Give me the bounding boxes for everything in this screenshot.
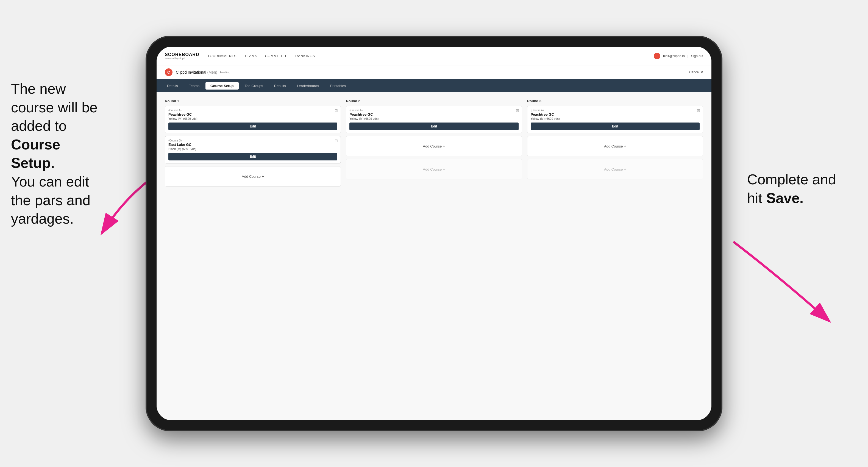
round-3-add-course-button[interactable]: Add Course + xyxy=(527,136,703,156)
round-3-course-a-label: (Course A) xyxy=(531,109,700,112)
round-1-course-b-name: East Lake GC xyxy=(168,143,337,147)
round-2-course-a-tee: Yellow (M) (6629 yds) xyxy=(349,117,518,120)
cancel-button[interactable]: Cancel ✕ xyxy=(689,70,703,74)
round-3-course-a-delete-icon[interactable]: ⊡ xyxy=(697,108,700,113)
logo-sub: Powered by clippd xyxy=(165,57,199,60)
tab-course-setup[interactable]: Course Setup xyxy=(206,82,239,90)
round-1-add-course-button[interactable]: Add Course + xyxy=(165,166,341,187)
round-1-course-a-label: (Course A) xyxy=(168,109,337,112)
round-2-course-a-delete-icon[interactable]: ⊡ xyxy=(516,108,519,113)
tab-printables[interactable]: Printables xyxy=(325,82,351,90)
top-nav-right: blair@clippd.io | Sign out xyxy=(654,53,703,59)
logo-title: SCOREBOARD xyxy=(165,52,199,57)
tab-tee-groups[interactable]: Tee Groups xyxy=(240,82,268,90)
round-3-course-a-name: Peachtree GC xyxy=(531,112,700,117)
round-3-course-a-edit-button[interactable]: Edit xyxy=(531,123,700,130)
tab-teams[interactable]: Teams xyxy=(184,82,205,90)
round-1-course-a-tee: Yellow (M) (6629 yds) xyxy=(168,117,337,120)
round-2-add-course-disabled: Add Course + xyxy=(346,159,522,179)
top-nav-links: TOURNAMENTS TEAMS COMMITTEE RANKINGS xyxy=(208,54,654,58)
round-3-add-course-disabled: Add Course + xyxy=(527,159,703,179)
round-1-course-b-edit-button[interactable]: Edit xyxy=(168,153,337,160)
round-3-title: Round 3 xyxy=(527,99,703,103)
round-3-add-course-label: Add Course xyxy=(604,144,623,148)
round-2-add-course-icon: + xyxy=(443,144,445,148)
round-3-column: Round 3 ⊡ (Course A) Peachtree GC Yellow… xyxy=(527,99,703,189)
round-1-add-course-label: Add Course xyxy=(242,175,261,179)
round-1-course-a-delete-icon[interactable]: ⊡ xyxy=(335,108,338,113)
round-1-column: Round 1 ⊡ (Course A) Peachtree GC Yellow… xyxy=(165,99,341,189)
round-2-course-a-label: (Course A) xyxy=(349,109,518,112)
round-2-add-course-disabled-icon: + xyxy=(443,167,445,172)
round-2-add-course-button[interactable]: Add Course + xyxy=(346,136,522,156)
round-2-title: Round 2 xyxy=(346,99,522,103)
round-1-course-b-label: (Course B) xyxy=(168,139,337,142)
round-2-course-a-card: ⊡ (Course A) Peachtree GC Yellow (M) (66… xyxy=(346,106,522,133)
user-avatar xyxy=(654,53,660,59)
round-1-course-a-edit-button[interactable]: Edit xyxy=(168,123,337,130)
annotation-left: The new course will be added to Course S… xyxy=(11,80,104,228)
round-1-course-b-card: ⊡ (Course B) East Lake GC Black (M) (689… xyxy=(165,136,341,163)
sign-out-link[interactable]: Sign out xyxy=(691,54,703,58)
scoreboard-logo: SCOREBOARD Powered by clippd xyxy=(165,52,199,60)
rounds-container: Round 1 ⊡ (Course A) Peachtree GC Yellow… xyxy=(165,99,703,189)
round-3-course-a-tee: Yellow (M) (6629 yds) xyxy=(531,117,700,120)
arrow-right xyxy=(725,236,840,330)
tab-details[interactable]: Details xyxy=(162,82,183,90)
round-2-course-a-edit-button[interactable]: Edit xyxy=(349,123,518,130)
tournament-header: C Clippd Invitational (Men) Hosting Canc… xyxy=(157,65,711,79)
tablet-screen: SCOREBOARD Powered by clippd TOURNAMENTS… xyxy=(157,47,711,420)
round-1-course-b-tee: Black (M) (6891 yds) xyxy=(168,147,337,151)
annotation-right: Complete and hit Save. xyxy=(747,170,851,208)
nav-rankings[interactable]: RANKINGS xyxy=(295,54,315,58)
round-2-add-course-disabled-label: Add Course xyxy=(423,167,442,172)
round-1-title: Round 1 xyxy=(165,99,341,103)
top-nav: SCOREBOARD Powered by clippd TOURNAMENTS… xyxy=(157,47,711,65)
sub-nav: Details Teams Course Setup Tee Groups Re… xyxy=(157,79,711,92)
tab-results[interactable]: Results xyxy=(269,82,291,90)
tab-leaderboards[interactable]: Leaderboards xyxy=(292,82,324,90)
tablet-frame: SCOREBOARD Powered by clippd TOURNAMENTS… xyxy=(146,36,722,431)
separator: | xyxy=(687,54,688,58)
tournament-logo: C xyxy=(165,68,173,76)
nav-tournaments[interactable]: TOURNAMENTS xyxy=(208,54,237,58)
round-1-course-a-card: ⊡ (Course A) Peachtree GC Yellow (M) (66… xyxy=(165,106,341,133)
round-3-add-course-disabled-icon: + xyxy=(624,167,626,172)
round-2-add-course-label: Add Course xyxy=(423,144,442,148)
round-3-course-a-card: ⊡ (Course A) Peachtree GC Yellow (M) (66… xyxy=(527,106,703,133)
main-content: Round 1 ⊡ (Course A) Peachtree GC Yellow… xyxy=(157,92,711,420)
tournament-name: Clippd Invitational (Men) xyxy=(176,70,217,74)
user-email: blair@clippd.io xyxy=(663,54,685,58)
round-2-course-a-name: Peachtree GC xyxy=(349,112,518,117)
round-1-add-course-icon: + xyxy=(262,174,264,179)
round-1-course-a-name: Peachtree GC xyxy=(168,112,337,117)
round-2-column: Round 2 ⊡ (Course A) Peachtree GC Yellow… xyxy=(346,99,522,189)
round-3-add-course-disabled-label: Add Course xyxy=(604,167,623,172)
nav-teams[interactable]: TEAMS xyxy=(244,54,257,58)
round-1-course-b-delete-icon[interactable]: ⊡ xyxy=(335,138,338,143)
nav-committee[interactable]: COMMITTEE xyxy=(265,54,288,58)
round-3-add-course-icon: + xyxy=(624,144,626,148)
tournament-hosting: Hosting xyxy=(220,71,230,74)
